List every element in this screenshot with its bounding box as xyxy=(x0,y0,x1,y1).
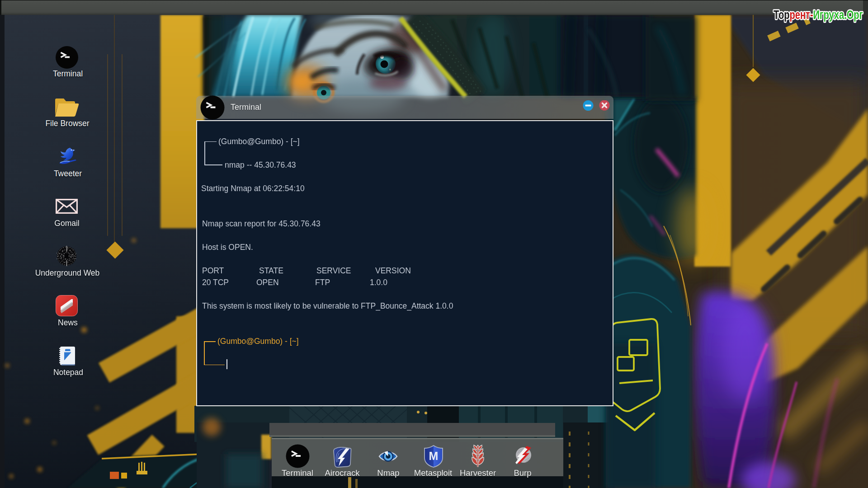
svg-text:Торрент-Игруха.Орг: Торрент-Игруха.Орг xyxy=(774,8,863,22)
svg-text:M: M xyxy=(429,450,439,462)
